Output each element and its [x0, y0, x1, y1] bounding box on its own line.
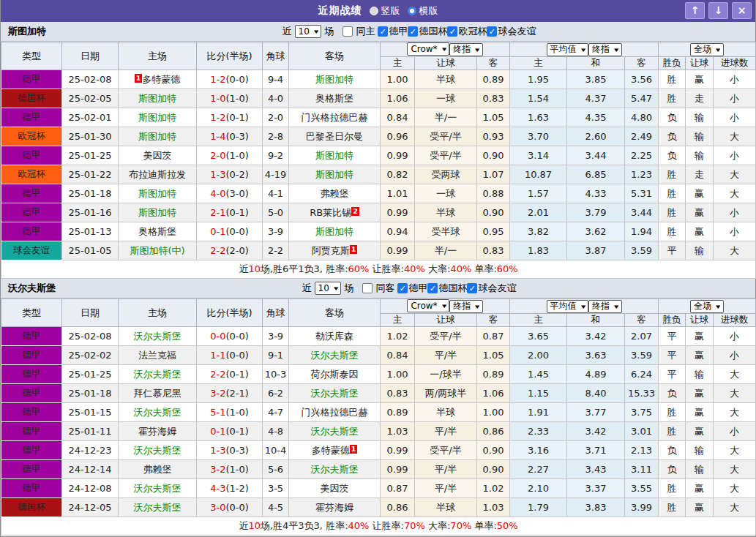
match-score[interactable]: 3-2(2-1) — [197, 384, 263, 403]
avg-final-select[interactable]: 终指▾ — [588, 43, 622, 56]
checkbox-checked-icon[interactable]: ✓ — [427, 283, 438, 293]
odds-away: 1.05 — [477, 346, 510, 365]
match-score[interactable]: 1-4(0-3) — [197, 127, 263, 146]
fulltime-score[interactable]: 1-1 — [210, 350, 225, 361]
fulltime-score[interactable]: 3-2 — [210, 464, 225, 475]
match-score[interactable]: 2-0(1-0) — [197, 146, 263, 165]
fulltime-score[interactable]: 2-0 — [210, 150, 225, 161]
away-team: 门兴格拉德巴赫 — [289, 403, 381, 422]
match-score[interactable]: 1-2(0-1) — [197, 108, 263, 127]
match-score[interactable]: 0-1(0-1) — [197, 422, 263, 441]
match-score[interactable]: 4-3(1-2) — [197, 479, 263, 498]
match-date: 25-01-25 — [62, 365, 119, 384]
col-result: 胜负 — [659, 314, 686, 327]
league-filter-欧冠杯[interactable]: ✓欧冠杯 — [447, 25, 487, 38]
league-badge: 德甲 — [1, 203, 62, 222]
odds-source-select[interactable]: Crow*▾ — [407, 299, 449, 312]
fulltime-select[interactable]: 全场▾ — [690, 43, 724, 56]
fulltime-score[interactable]: 1-3 — [210, 169, 225, 180]
match-score[interactable]: 1-1(0-0) — [197, 346, 263, 365]
fulltime-score[interactable]: 1-2 — [210, 74, 225, 85]
match-score[interactable]: 1-3(0-2) — [197, 165, 263, 184]
league-filter-label: 德甲 — [389, 25, 408, 38]
odds-handicap: 受平/半 — [415, 441, 477, 460]
away-team-name: 阿贾克斯 — [312, 245, 350, 256]
fulltime-select[interactable]: 全场▾ — [690, 300, 724, 313]
league-filter-德国杯[interactable]: ✓德国杯 — [427, 282, 467, 295]
league-filter-label: 德国杯 — [419, 25, 447, 38]
avg-away-odds: 1.23 — [625, 165, 659, 184]
match-score[interactable]: 1-3(0-3) — [197, 441, 263, 460]
close-button[interactable]: × — [732, 2, 752, 19]
same-venue-checkbox[interactable] — [362, 283, 373, 293]
match-score[interactable]: 0-0(0-0) — [197, 327, 263, 346]
league-filter-球会友谊[interactable]: ✓球会友谊 — [467, 282, 516, 295]
same-venue-checkbox[interactable] — [343, 26, 353, 37]
match-score[interactable]: 5-1(1-0) — [197, 403, 263, 422]
corner-count: 4-8 — [263, 422, 289, 441]
match-count-select[interactable]: 10 ▾ — [315, 282, 342, 295]
checkbox-checked-icon[interactable]: ✓ — [467, 283, 477, 293]
fulltime-score[interactable]: 4-3 — [210, 483, 225, 494]
layout-vertical-radio[interactable]: 竖版 — [370, 4, 400, 18]
avg-select[interactable]: 平均值▾ — [547, 43, 589, 56]
fulltime-score[interactable]: 4-0 — [210, 188, 225, 199]
match-score[interactable]: 3-0(0-0) — [197, 498, 263, 517]
away-team-name: RB莱比锡 — [310, 207, 351, 218]
checkbox-checked-icon[interactable]: ✓ — [397, 283, 408, 293]
match-score[interactable]: 2-2(0-1) — [197, 365, 263, 384]
match-score[interactable]: 1-0(1-0) — [197, 89, 263, 108]
radio-checked-icon[interactable] — [370, 7, 378, 15]
layout-vertical-label: 竖版 — [381, 4, 400, 18]
avg-home-odds: 1.45 — [510, 365, 567, 384]
result-handicap: 赢 — [686, 346, 714, 365]
avg-final-select[interactable]: 终指▾ — [588, 300, 622, 313]
fulltime-score[interactable]: 2-2 — [210, 245, 225, 256]
fulltime-score[interactable]: 2-2 — [210, 369, 225, 380]
fulltime-score[interactable]: 0-1 — [210, 226, 225, 237]
checkbox-checked-icon[interactable]: ✓ — [408, 26, 418, 37]
fulltime-score[interactable]: 3-0 — [210, 502, 225, 513]
match-score[interactable]: 0-1(0-0) — [197, 222, 263, 241]
fulltime-score[interactable]: 0-0 — [210, 331, 225, 342]
odds-home: 0.99 — [381, 203, 415, 222]
match-score[interactable]: 1-2(0-0) — [197, 70, 263, 89]
league-filter-球会友谊[interactable]: ✓球会友谊 — [487, 25, 536, 38]
match-score[interactable]: 4-0(3-0) — [197, 184, 263, 203]
league-filter-德甲[interactable]: ✓德甲 — [397, 282, 427, 295]
fulltime-score[interactable]: 1-3 — [210, 445, 225, 456]
chevron-down-icon: ▾ — [475, 46, 479, 53]
odds-home: 1.00 — [381, 70, 415, 89]
move-up-button[interactable]: ↑ — [685, 2, 705, 19]
odds-final-select[interactable]: 终指▾ — [449, 43, 483, 56]
fulltime-score[interactable]: 1-0 — [210, 93, 225, 104]
league-filter-德国杯[interactable]: ✓德国杯 — [408, 25, 447, 38]
avg-away-odds: 4.80 — [625, 108, 659, 127]
odds-source-select[interactable]: Crow*▾ — [407, 42, 449, 56]
layout-horizontal-radio[interactable]: 横版 — [408, 4, 438, 18]
summary-segment: 让胜率: — [369, 520, 404, 531]
match-score[interactable]: 2-2(2-0) — [197, 241, 263, 260]
avg-select[interactable]: 平均值▾ — [547, 300, 589, 313]
fulltime-score[interactable]: 3-2 — [210, 388, 225, 399]
league-filter-德甲[interactable]: ✓德甲 — [378, 25, 408, 38]
checkbox-checked-icon[interactable]: ✓ — [447, 26, 457, 37]
fulltime-score[interactable]: 1-2 — [210, 112, 225, 123]
match-count-select[interactable]: 10 ▾ — [295, 25, 322, 38]
summary-text: 近10场,胜6平1负3, 胜率:60% 让胜率:40% 大率:40% 单率:60… — [1, 260, 756, 279]
odds-final-select[interactable]: 终指▾ — [449, 300, 483, 313]
checkbox-checked-icon[interactable]: ✓ — [487, 26, 497, 37]
fulltime-score[interactable]: 2-1 — [210, 207, 225, 218]
odds-handicap: 半球 — [415, 203, 477, 222]
match-row: 德甲25-01-25美因茨2-0(1-0)9-2斯图加特0.99受平/半0.90… — [1, 146, 756, 165]
fulltime-score[interactable]: 1-4 — [210, 131, 225, 142]
match-score[interactable]: 2-1(0-1) — [197, 203, 263, 222]
match-score[interactable]: 3-2(1-0) — [197, 460, 263, 479]
move-down-button[interactable]: ↓ — [708, 2, 728, 19]
away-team-name: 斯图加特 — [315, 226, 353, 237]
fulltime-score[interactable]: 5-1 — [210, 407, 225, 418]
layout-horizontal-label: 横版 — [419, 4, 438, 18]
fulltime-score[interactable]: 0-1 — [210, 426, 225, 437]
checkbox-checked-icon[interactable]: ✓ — [378, 26, 388, 37]
radio-unchecked-icon[interactable] — [408, 7, 416, 15]
